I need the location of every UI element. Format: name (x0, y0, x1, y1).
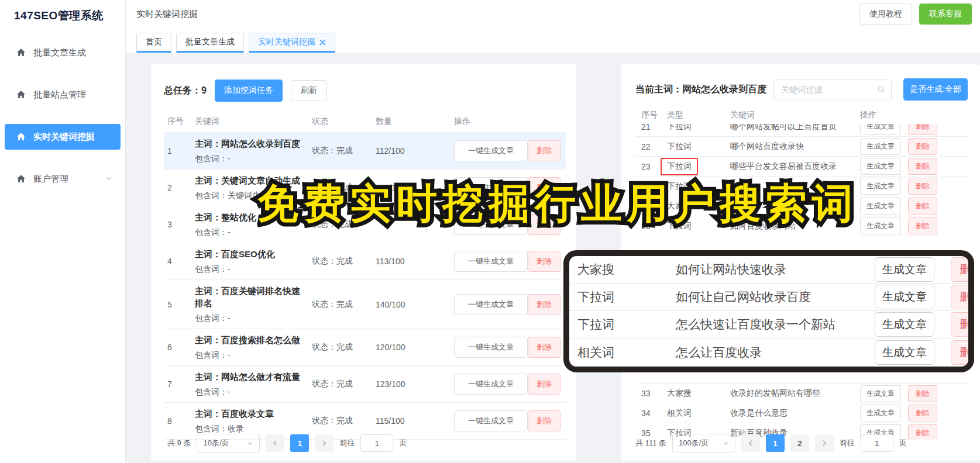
task-status: 状态：完成 (312, 342, 376, 353)
keyword-no: 25 (641, 202, 667, 211)
refresh-button[interactable]: 刷新 (291, 80, 327, 101)
delete-keyword-button[interactable]: 删除 (908, 138, 937, 155)
task-include-words: 包含词：- (195, 313, 312, 324)
keyword-row[interactable]: 22下拉词哪个网站百度收录快生成文章删除 (635, 137, 969, 157)
generate-article-button[interactable]: 生成文章 (860, 158, 901, 175)
task-row[interactable]: 7主词：网站怎么做才有流量包含词：-状态：完成123/100一键生成文章删除 (164, 365, 566, 402)
keyword-no: 22 (641, 142, 667, 151)
sidebar-item-4[interactable]: 账户管理 (5, 166, 121, 192)
generate-article-button[interactable]: 一键生成文章 (454, 374, 528, 395)
next-page-button[interactable] (315, 434, 333, 452)
delete-task-button[interactable]: 删除 (528, 140, 561, 161)
sidebar-nav: 批量文章生成批量站点管理实时关键词挖掘账户管理 (0, 40, 125, 192)
delete-keyword-button[interactable]: 删除 (951, 312, 974, 337)
keyword-row[interactable]: 25大家搜生成文章删除 (635, 196, 969, 216)
keyword-row[interactable]: 21下拉词哪个网站发帖可以上百度首页生成文章删除 (635, 124, 969, 137)
delete-keyword-button[interactable]: 删除 (951, 257, 974, 282)
keyword-row[interactable]: 26下拉词如何百度收录网站生成文章删除 (635, 216, 969, 236)
task-row[interactable]: 4主词：百度SEO优化包含词：-状态：完成113/100一键生成文章删除 (164, 243, 566, 279)
delete-keyword-button[interactable]: 删除 (951, 285, 974, 309)
task-row[interactable]: 5主词：百度关键词排名快速排名包含词：-状态：完成140/100一键生成文章删除 (164, 279, 566, 329)
tab-2[interactable]: 批量文章生成 (176, 33, 244, 53)
next-page-button[interactable] (815, 434, 834, 452)
delete-keyword-button[interactable]: 删除 (908, 405, 937, 421)
delete-task-button[interactable]: 删除 (528, 337, 561, 358)
generate-article-button[interactable]: 生成文章 (875, 285, 934, 309)
goto-page-input[interactable] (360, 434, 393, 452)
tab-1[interactable]: 首页 (136, 33, 171, 53)
delete-task-button[interactable]: 删除 (528, 251, 561, 272)
top-actions: 使用教程 联系客服 (859, 4, 972, 25)
generate-article-button[interactable]: 生成文章 (860, 217, 901, 234)
generate-article-button[interactable]: 生成文章 (860, 385, 901, 402)
page-size-select[interactable]: 10条/页 (197, 434, 260, 452)
generate-article-button[interactable]: 一键生成文章 (454, 140, 528, 161)
task-row[interactable]: 1主词：网站怎么收录到百度包含词：-状态：完成112/100一键生成文章删除 (164, 132, 566, 169)
generate-article-button[interactable]: 生成文章 (860, 138, 901, 155)
task-no: 5 (167, 300, 195, 309)
col-count: 数量 (376, 116, 454, 127)
delete-keyword-button[interactable]: 删除 (908, 217, 937, 234)
keyword-row[interactable]: 23下拉词哪些平台发文容易被百度收录生成文章删除 (635, 157, 969, 177)
page-button-2[interactable]: 2 (790, 434, 809, 452)
generate-all-toggle-button[interactable]: 是否生成:全部 (903, 78, 968, 101)
delete-keyword-button[interactable]: 删除 (908, 385, 937, 402)
delete-task-button[interactable]: 删除 (528, 177, 561, 198)
task-main-keyword: 主词：百度搜索排名怎么做 (195, 334, 307, 346)
generate-article-button[interactable]: 生成文章 (860, 198, 901, 215)
generate-article-button[interactable]: 生成文章 (875, 312, 934, 337)
generate-article-button[interactable]: 一键生成文章 (454, 410, 528, 431)
generate-article-button[interactable]: 一键生成文章 (454, 294, 528, 315)
keyword-filter-input[interactable] (780, 84, 877, 95)
sidebar-item-2[interactable]: 批量站点管理 (5, 82, 121, 108)
delete-task-button[interactable]: 删除 (528, 214, 561, 235)
delete-keyword-button[interactable]: 删除 (908, 158, 937, 175)
sidebar-item-label: 账户管理 (33, 174, 68, 185)
delete-keyword-button[interactable]: 删除 (908, 178, 937, 195)
generate-article-button[interactable]: 生成文章 (860, 124, 901, 135)
delete-task-button[interactable]: 删除 (528, 294, 561, 315)
tab-label: 实时关键词挖掘 (258, 37, 315, 47)
prev-page-button[interactable] (266, 434, 284, 452)
keyword-type-cell: 大家搜 (667, 388, 730, 399)
task-no: 1 (167, 146, 195, 156)
delete-keyword-button[interactable]: 删除 (908, 198, 937, 215)
keyword-row[interactable]: 24下拉词生成文章删除 (635, 177, 969, 196)
delete-task-button[interactable]: 删除 (528, 410, 561, 431)
task-count: 115/100 (376, 416, 454, 426)
generate-article-button[interactable]: 生成文章 (875, 257, 934, 282)
generate-article-button[interactable]: 一键生成文章 (454, 177, 528, 198)
sidebar-item-3[interactable]: 实时关键词挖掘 (5, 124, 121, 150)
keyword-type: 大家搜 (667, 201, 692, 210)
page-button-1[interactable]: 1 (290, 434, 309, 452)
goto-page-input[interactable] (861, 434, 893, 452)
delete-keyword-button[interactable]: 删除 (908, 424, 937, 440)
keyword-row[interactable]: 34相关词收录是什么意思生成文章删除 (635, 403, 969, 423)
col-no: 序号 (641, 110, 667, 120)
generate-article-button[interactable]: 生成文章 (860, 405, 901, 421)
search-icon (877, 85, 885, 94)
page-button-1[interactable]: 1 (766, 434, 785, 452)
close-icon[interactable] (319, 39, 326, 46)
tab-3[interactable]: 实时关键词挖掘 (249, 33, 335, 53)
home-icon (16, 48, 26, 57)
page-size-select[interactable]: 100条/页 (672, 434, 735, 452)
task-row[interactable]: 3主词：整站优化包含词：-状态：完成一键生成文章删除 (164, 206, 566, 243)
generate-article-button[interactable]: 一键生成文章 (454, 214, 528, 235)
delete-keyword-button[interactable]: 删除 (908, 124, 937, 135)
task-row[interactable]: 6主词：百度搜索排名怎么做包含词：-状态：完成120/100一键生成文章删除 (164, 329, 566, 365)
generate-article-button[interactable]: 一键生成文章 (454, 251, 528, 272)
generate-article-button[interactable]: 生成文章 (860, 178, 901, 195)
keyword-row[interactable]: 33大家搜收录好的发帖网站有哪些生成文章删除 (635, 383, 969, 403)
task-main-keyword: 主词：网站怎么做才有流量 (195, 371, 307, 383)
contact-support-button[interactable]: 联系客服 (919, 4, 972, 25)
sidebar-item-1[interactable]: 批量文章生成 (5, 40, 121, 65)
generate-article-button[interactable]: 一键生成文章 (454, 337, 528, 358)
task-row[interactable]: 2主词：关键词文章自动生成包含词：关键词生成状态：完成100/100一键生成文章… (164, 169, 566, 206)
add-task-button[interactable]: 添加挖词任务 (215, 80, 283, 102)
delete-task-button[interactable]: 删除 (528, 374, 561, 395)
help-tutorial-button[interactable]: 使用教程 (859, 4, 912, 25)
prev-page-button[interactable] (741, 434, 760, 452)
generate-article-button[interactable]: 生成文章 (875, 340, 934, 365)
delete-keyword-button[interactable]: 删除 (951, 340, 974, 365)
